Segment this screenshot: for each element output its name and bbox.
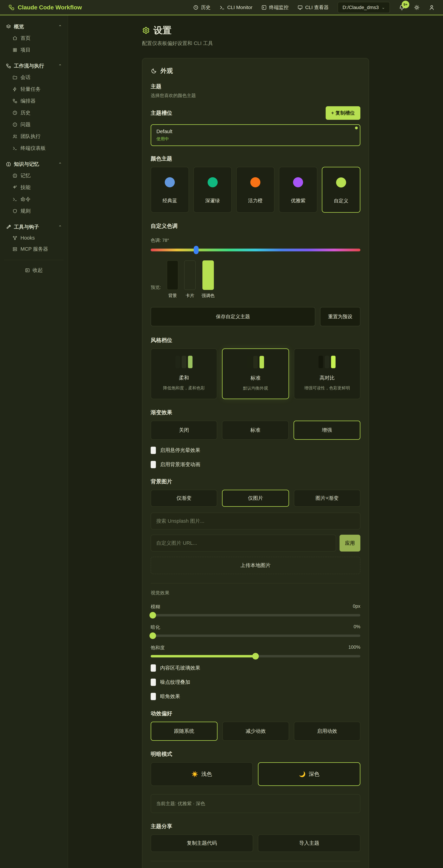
upload-local-image-button[interactable]: 上传本地图片 (151, 557, 360, 574)
sidebar-item-issues[interactable]: 问题 (4, 119, 64, 130)
sidebar-item-projects[interactable]: 项目 (4, 44, 64, 56)
saturation-value: 100% (348, 645, 360, 651)
sidebar-item-team-exec[interactable]: 团队执行 (4, 130, 64, 142)
sidebar-section-workflow-header[interactable]: 工作流与执行 ⌃ (4, 60, 64, 71)
chevron-up-icon: ⌃ (58, 24, 62, 29)
color-theme-label: 颜色主题 (151, 155, 360, 162)
gradient-label: 渐变效果 (151, 409, 360, 416)
monitor-icon (297, 5, 303, 10)
bg-animation-checkbox-row[interactable]: 启用背景渐变动画 (151, 461, 360, 468)
motion-reduced[interactable]: 减少动效 (222, 722, 289, 741)
checkbox-unchecked[interactable] (151, 693, 156, 700)
wrench-icon (6, 224, 11, 230)
moon-icon (151, 68, 157, 74)
sidebar-footer: 收起 (4, 260, 64, 276)
dark-mode-button[interactable]: 🌙 深色 (258, 762, 360, 786)
theme-card-deep-green[interactable]: 深邃绿 (193, 167, 231, 213)
gradient-standard[interactable]: 标准 (222, 421, 288, 440)
copy-slot-button[interactable]: + 复制槽位 (326, 106, 360, 120)
sidebar-section-overview-header[interactable]: 概览 ⌃ (4, 21, 64, 32)
brain-icon (12, 173, 18, 178)
active-slot-dot (355, 127, 358, 129)
theme-card-custom[interactable]: 自定义 (322, 167, 360, 213)
sun-emoji-icon: ☀️ (191, 771, 198, 777)
saturation-slider[interactable] (151, 655, 360, 657)
gradient-enhanced[interactable]: 增强 (293, 421, 360, 440)
sun-icon (414, 4, 420, 10)
hue-slider[interactable] (151, 249, 360, 251)
copy-theme-code-button[interactable]: 复制主题代码 (151, 835, 253, 852)
theme-toggle-button[interactable] (414, 4, 420, 10)
theme-slot-default[interactable]: Default 使用中 (151, 124, 360, 146)
sidebar-item-terminal-dashboard[interactable]: 终端仪表板 (4, 142, 64, 154)
blur-slider[interactable] (151, 614, 360, 616)
sidebar-item-skills[interactable]: 技能 (4, 182, 64, 193)
reset-preset-button[interactable]: 重置为预设 (320, 307, 360, 326)
bg-mode-image-gradient[interactable]: 图片+渐变 (294, 490, 360, 507)
motion-options: 跟随系统 减少动效 启用动效 (151, 722, 360, 741)
hue-slider-thumb[interactable] (194, 246, 198, 254)
frosted-glass-checkbox-row[interactable]: 内容区毛玻璃效果 (151, 664, 360, 672)
style-tier-label: 风格档位 (151, 337, 360, 344)
sidebar-item-history[interactable]: 历史 (4, 107, 64, 119)
checkbox-unchecked[interactable] (151, 447, 156, 454)
checkbox-unchecked[interactable] (151, 679, 156, 686)
save-custom-theme-button[interactable]: 保存自定义主题 (151, 307, 315, 326)
sidebar-item-mcp-server[interactable]: MCP 服务器 (4, 243, 64, 255)
sidebar-item-orchestrator[interactable]: 编排器 (4, 95, 64, 107)
card-swatch (184, 260, 196, 290)
bg-mode-image-only[interactable]: 仅图片 (222, 490, 289, 507)
gradient-off[interactable]: 关闭 (151, 421, 217, 440)
apply-url-button[interactable]: 应用 (340, 535, 360, 552)
sidebar-item-light-tasks[interactable]: 轻量任务 (4, 83, 64, 95)
checkbox-unchecked[interactable] (151, 461, 156, 468)
darken-slider-block: 暗化 0% (151, 624, 360, 637)
sidebar-item-hooks[interactable]: Hooks (4, 232, 64, 243)
nav-cli-viewer[interactable]: CLI 查看器 (297, 4, 328, 11)
bg-mode-gradient-only[interactable]: 仅渐变 (151, 490, 217, 507)
nav-cli-monitor[interactable]: CLI Monitor (220, 5, 252, 10)
checkbox-unchecked[interactable] (151, 664, 156, 672)
notifications-button[interactable]: 9+ (399, 4, 405, 10)
sidebar-item-commands[interactable]: 命令 (4, 193, 64, 205)
theme-card-classic-blue[interactable]: 经典蓝 (151, 167, 189, 213)
hover-glow-checkbox-row[interactable]: 启用悬停光晕效果 (151, 447, 360, 454)
sidebar-section-tools-header[interactable]: 工具与钩子 ⌃ (4, 221, 64, 232)
noise-texture-checkbox-row[interactable]: 噪点纹理叠加 (151, 679, 360, 686)
tier-standard[interactable]: 标准 默认均衡外观 (222, 348, 289, 399)
darken-slider-thumb[interactable] (150, 632, 156, 639)
sidebar-item-sessions[interactable]: 会话 (4, 71, 64, 83)
darken-slider[interactable] (151, 634, 360, 637)
sidebar-item-rules[interactable]: 规则 (4, 205, 64, 217)
light-mode-button[interactable]: ☀️ 浅色 (151, 762, 253, 786)
user-menu-button[interactable] (429, 4, 435, 10)
sidebar-collapse-button[interactable]: 收起 (4, 265, 64, 276)
motion-follow-system[interactable]: 跟随系统 (151, 722, 218, 741)
sidebar-item-home[interactable]: 首页 (4, 32, 64, 44)
unsplash-search-input[interactable] (151, 513, 360, 529)
saturation-slider-thumb[interactable] (252, 653, 259, 659)
motion-enabled[interactable]: 启用动效 (294, 722, 360, 741)
import-theme-button[interactable]: 导入主题 (258, 835, 360, 852)
tier-high-contrast[interactable]: 高对比 增强可读性，色彩更鲜明 (294, 348, 360, 399)
custom-image-url-input[interactable] (151, 535, 336, 552)
sidebar-item-memory[interactable]: 记忆 (4, 170, 64, 182)
workflow-icon (6, 63, 11, 69)
workflow-logo-icon (8, 4, 14, 10)
blur-slider-thumb[interactable] (150, 612, 156, 619)
chevron-down-icon: ⌄ (382, 5, 385, 10)
vignette-checkbox-row[interactable]: 暗角效果 (151, 693, 360, 700)
tier-standard-swatches (247, 356, 264, 368)
tier-high-contrast-swatches (319, 356, 336, 368)
nav-history[interactable]: 历史 (193, 4, 211, 11)
nav-terminal-monitor[interactable]: 终端监控 (261, 4, 288, 11)
divider (151, 861, 360, 861)
tier-soft[interactable]: 柔和 降低饱和度，柔和色彩 (151, 348, 217, 399)
sidebar-section-knowledge-header[interactable]: 知识与记忆 ⌃ (4, 159, 64, 170)
project-selector[interactable]: D:/Claude_dms3 ⌄ (338, 2, 390, 13)
theme-card-vivid-orange[interactable]: 活力橙 (236, 167, 275, 213)
mode-options: ☀️ 浅色 🌙 深色 (151, 762, 360, 786)
theme-card-elegant-purple[interactable]: 优雅紫 (279, 167, 317, 213)
terminal-square-icon (261, 5, 266, 10)
blur-slider-block: 模糊 0px (151, 603, 360, 616)
